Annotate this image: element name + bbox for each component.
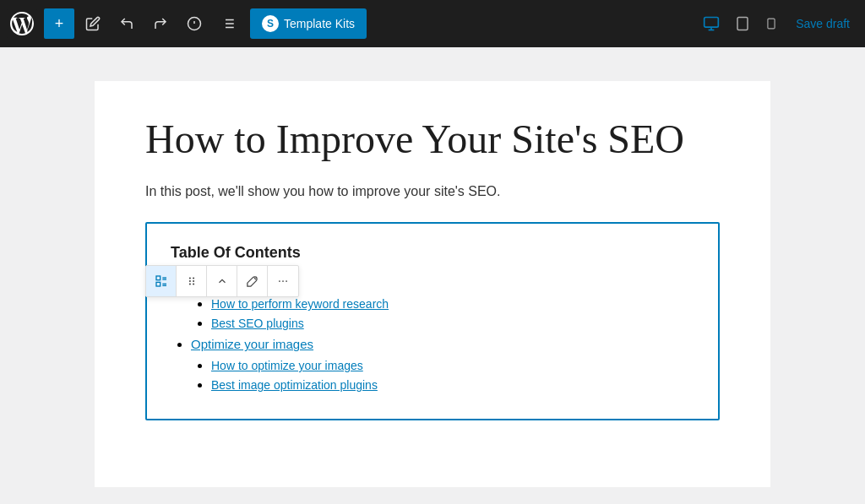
details-button[interactable] bbox=[179, 8, 209, 39]
mobile-view-button[interactable] bbox=[760, 12, 782, 35]
post-title[interactable]: How to Improve Your Site's SEO bbox=[145, 115, 720, 164]
drag-icon bbox=[186, 275, 198, 287]
list-view-icon bbox=[220, 16, 236, 31]
block-list-icon bbox=[155, 274, 168, 288]
toc-item-2: Optimize your images How to optimize you… bbox=[191, 337, 694, 392]
block-move-button[interactable] bbox=[207, 266, 237, 296]
more-icon bbox=[277, 275, 289, 287]
svg-line-28 bbox=[254, 278, 256, 279]
svg-rect-16 bbox=[156, 276, 160, 280]
brush-icon bbox=[246, 275, 258, 288]
svg-rect-17 bbox=[156, 282, 160, 286]
tools-button[interactable] bbox=[78, 8, 108, 39]
svg-point-24 bbox=[188, 283, 190, 285]
redo-button[interactable] bbox=[145, 8, 176, 39]
svg-point-31 bbox=[286, 280, 287, 282]
toc-subitem-1-2: Best SEO plugins bbox=[211, 316, 694, 330]
redo-icon bbox=[153, 16, 168, 31]
toc-link-images[interactable]: Optimize your images bbox=[191, 337, 313, 351]
block-more-button[interactable] bbox=[268, 266, 298, 296]
wp-logo bbox=[7, 8, 37, 39]
toc-subitem-2-1: How to optimize your images bbox=[211, 358, 694, 372]
undo-icon bbox=[119, 16, 134, 31]
toc-link-image-plugins[interactable]: Best image optimization plugins bbox=[211, 378, 378, 392]
info-icon bbox=[187, 16, 202, 31]
toc-title: Table Of Contents bbox=[171, 244, 694, 262]
block-drag-button[interactable] bbox=[177, 266, 207, 296]
top-toolbar: + bbox=[0, 0, 865, 47]
toc-subitem-2-2: Best image optimization plugins bbox=[211, 377, 694, 392]
svg-point-27 bbox=[193, 283, 194, 285]
desktop-view-button[interactable] bbox=[698, 12, 725, 35]
desktop-icon bbox=[703, 15, 720, 32]
svg-point-30 bbox=[282, 280, 284, 282]
template-kits-icon: S bbox=[262, 15, 279, 32]
tablet-view-button[interactable] bbox=[730, 12, 755, 35]
svg-point-25 bbox=[193, 277, 194, 279]
wordpress-icon bbox=[10, 12, 34, 35]
svg-point-22 bbox=[188, 277, 190, 279]
mobile-icon bbox=[765, 15, 777, 32]
block-toolbar bbox=[145, 265, 299, 297]
editor-canvas: How to Improve Your Site's SEO bbox=[95, 81, 770, 487]
add-block-button[interactable]: + bbox=[44, 8, 74, 39]
block-list-button[interactable] bbox=[146, 266, 177, 296]
svg-point-26 bbox=[193, 280, 194, 282]
tablet-icon bbox=[735, 15, 750, 32]
toc-sublist-1: How to perform keyword research Best SEO… bbox=[191, 296, 694, 330]
toc-link-seo-plugins[interactable]: Best SEO plugins bbox=[211, 317, 304, 330]
undo-button[interactable] bbox=[112, 8, 142, 39]
intro-text[interactable]: In this post, we'll show you how to impr… bbox=[145, 181, 720, 203]
toc-subitem-1-1: How to perform keyword research bbox=[211, 296, 694, 311]
block-type-button[interactable] bbox=[237, 266, 268, 296]
svg-point-29 bbox=[279, 280, 280, 282]
move-icon bbox=[216, 275, 228, 287]
list-view-button[interactable] bbox=[213, 8, 243, 39]
toc-block[interactable]: Table Of Contents Use keywords How to pe… bbox=[145, 222, 720, 420]
template-kits-label: Template Kits bbox=[284, 17, 355, 30]
toc-link-optimize-images[interactable]: How to optimize your images bbox=[211, 359, 363, 372]
svg-rect-9 bbox=[705, 18, 719, 28]
svg-point-23 bbox=[188, 280, 190, 282]
pencil-icon bbox=[85, 16, 101, 31]
template-kits-button[interactable]: S Template Kits bbox=[250, 8, 367, 39]
toolbar-right: Save draft bbox=[698, 12, 858, 35]
toc-sublist-2: How to optimize your images Best image o… bbox=[191, 358, 694, 392]
toc-link-keyword-research[interactable]: How to perform keyword research bbox=[211, 297, 389, 311]
editor-area: How to Improve Your Site's SEO bbox=[0, 47, 865, 504]
save-draft-button[interactable]: Save draft bbox=[787, 12, 858, 35]
